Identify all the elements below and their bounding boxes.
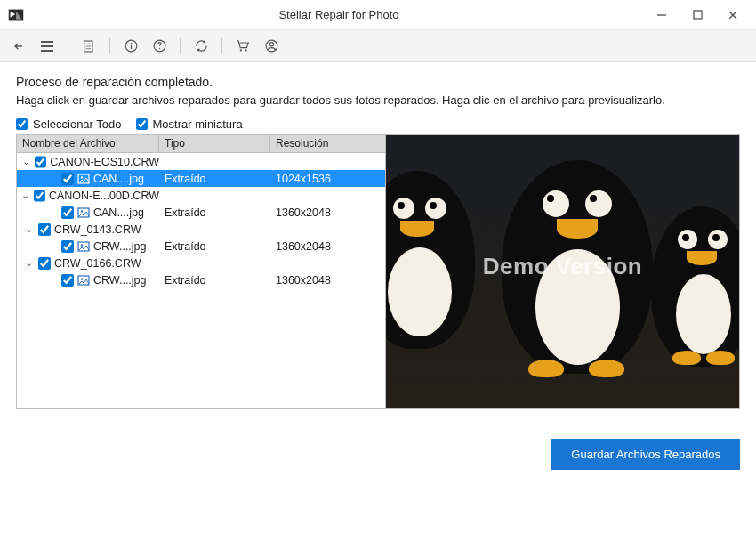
chevron-down-icon[interactable]: ⌄	[21, 156, 31, 167]
titlebar: Stellar Repair for Photo	[0, 0, 756, 30]
resolution-label: 1024x1536	[270, 173, 385, 185]
image-file-icon	[77, 275, 90, 286]
col-header-type[interactable]: Tipo	[159, 135, 270, 152]
tree-parent-row[interactable]: ⌄CRW_0143.CRW	[17, 221, 385, 238]
cart-icon[interactable]	[231, 35, 254, 58]
resolution-label: 1360x2048	[270, 206, 385, 219]
preview-pane: Demo Version	[386, 135, 739, 408]
image-file-icon	[77, 174, 90, 184]
row-checkbox[interactable]	[61, 274, 74, 287]
filename-label: CRW_0166.CRW	[54, 257, 141, 270]
tree-child-row[interactable]: CRW....jpgExtraído1360x2048	[17, 271, 385, 288]
toolbar-separator	[68, 38, 68, 54]
resolution-label: 1360x2048	[270, 240, 385, 253]
select-all-checkbox[interactable]: Seleccionar Todo	[16, 117, 122, 131]
svg-point-25	[81, 244, 83, 246]
toolbar-separator	[109, 38, 110, 54]
action-row: Guardar Archivos Reparados	[0, 419, 756, 470]
filename-label: CAN....jpg	[93, 206, 144, 219]
col-header-name[interactable]: Nombre del Archivo	[17, 135, 159, 152]
type-label: Extraído	[159, 173, 270, 185]
col-header-resolution[interactable]: Resolución	[270, 135, 385, 152]
main-content: Proceso de reparación completado. Haga c…	[0, 62, 756, 419]
refresh-icon[interactable]	[189, 35, 213, 58]
filename-label: CRW_0143.CRW	[54, 223, 141, 236]
window-controls	[644, 2, 751, 28]
info-icon[interactable]	[119, 35, 142, 58]
maximize-button[interactable]	[680, 2, 715, 28]
row-checkbox[interactable]	[61, 173, 74, 185]
app-logo-icon	[5, 4, 27, 26]
toolbar	[0, 30, 756, 62]
tree-child-row[interactable]: CAN....jpgExtraído1024x1536	[17, 170, 385, 187]
status-heading: Proceso de reparación completado.	[16, 75, 740, 89]
svg-point-21	[81, 176, 83, 178]
filename-label: CANON-EOS10.CRW	[50, 156, 159, 168]
show-thumbnail-checkbox[interactable]: Mostrar miniatura	[136, 117, 243, 131]
window-title: Stellar Repair for Photo	[34, 8, 644, 21]
status-subtext: Haga click en guardar archivos reparados…	[16, 93, 740, 109]
save-repaired-button[interactable]: Guardar Archivos Reparados	[551, 439, 740, 470]
back-icon[interactable]	[7, 35, 30, 58]
minimize-button[interactable]	[644, 2, 680, 28]
toolbar-separator	[180, 38, 181, 54]
toolbar-separator	[221, 38, 222, 54]
tree-child-row[interactable]: CAN....jpgExtraído1360x2048	[17, 204, 385, 221]
chevron-down-icon[interactable]: ⌄	[20, 190, 29, 201]
svg-point-19	[269, 43, 273, 46]
preview-watermark: Demo Version	[483, 253, 642, 280]
menu-icon[interactable]	[36, 35, 59, 58]
row-checkbox[interactable]	[61, 206, 74, 219]
options-row: Seleccionar Todo Mostrar miniatura	[16, 117, 740, 131]
tree-parent-row[interactable]: ⌄CANON-EOS10.CRW	[17, 153, 385, 170]
image-file-icon	[77, 207, 90, 218]
resolution-label: 1360x2048	[270, 274, 385, 287]
type-label: Extraído	[159, 274, 270, 287]
list-icon[interactable]	[77, 35, 101, 58]
filename-label: CRW....jpg	[93, 274, 147, 287]
row-checkbox[interactable]	[38, 257, 51, 270]
svg-point-17	[245, 49, 246, 51]
svg-rect-1	[694, 11, 702, 19]
filename-label: CANON-E...00D.CRW	[49, 190, 159, 202]
close-button[interactable]	[715, 2, 751, 28]
row-checkbox[interactable]	[35, 156, 46, 168]
chevron-down-icon[interactable]: ⌄	[22, 257, 35, 269]
file-tree[interactable]: ⌄CANON-EOS10.CRWCAN....jpgExtraído1024x1…	[17, 153, 385, 408]
account-icon[interactable]	[260, 35, 283, 58]
row-checkbox[interactable]	[34, 190, 45, 202]
select-all-input[interactable]	[16, 118, 28, 130]
tree-parent-row[interactable]: ⌄CRW_0166.CRW	[17, 255, 385, 271]
svg-point-12	[130, 43, 132, 44]
filename-label: CRW....jpg	[93, 240, 147, 253]
row-checkbox[interactable]	[38, 223, 51, 236]
svg-point-27	[81, 278, 83, 279]
chevron-down-icon[interactable]: ⌄	[22, 223, 35, 235]
show-thumbnail-input[interactable]	[136, 118, 148, 130]
show-thumbnail-label: Mostrar miniatura	[153, 117, 243, 131]
image-file-icon	[77, 241, 90, 252]
tree-parent-row[interactable]: ⌄CANON-E...00D.CRW	[17, 187, 385, 204]
svg-point-16	[240, 49, 242, 51]
split-panel: Nombre del Archivo Tipo Resolución ⌄CANO…	[16, 134, 740, 409]
file-list-pane: Nombre del Archivo Tipo Resolución ⌄CANO…	[17, 135, 386, 408]
select-all-label: Seleccionar Todo	[33, 117, 122, 131]
tree-child-row[interactable]: CRW....jpgExtraído1360x2048	[17, 238, 385, 255]
svg-point-23	[81, 210, 83, 212]
type-label: Extraído	[159, 240, 270, 253]
help-icon[interactable]	[148, 35, 171, 58]
row-checkbox[interactable]	[61, 240, 74, 253]
svg-point-15	[158, 48, 159, 49]
filename-label: CAN....jpg	[93, 173, 144, 185]
type-label: Extraído	[159, 206, 270, 219]
column-headers: Nombre del Archivo Tipo Resolución	[17, 135, 385, 153]
